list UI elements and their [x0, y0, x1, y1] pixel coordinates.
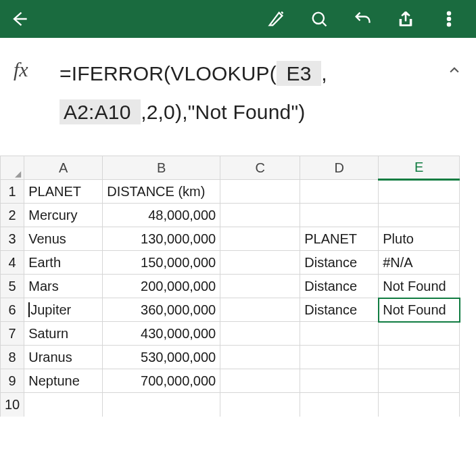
cell[interactable]: Distance	[300, 275, 379, 298]
col-header-a[interactable]: A	[24, 156, 103, 180]
cell[interactable]: 530,000,000	[103, 346, 220, 369]
cell[interactable]: 150,000,000	[103, 251, 220, 275]
pen-icon[interactable]	[262, 5, 289, 32]
cell[interactable]: 130,000,000	[103, 227, 220, 251]
cell[interactable]	[379, 180, 460, 204]
col-header-b[interactable]: B	[103, 156, 220, 180]
cell[interactable]: 360,000,000	[103, 298, 220, 322]
cell[interactable]	[300, 204, 379, 227]
cell[interactable]: PLANET	[24, 180, 103, 204]
cell[interactable]: Mercury	[24, 204, 103, 227]
formula-text: =IFERROR(VLOOKUP(	[60, 62, 277, 85]
cell[interactable]: 48,000,000	[103, 204, 220, 227]
col-header-d[interactable]: D	[300, 156, 379, 180]
more-icon[interactable]	[435, 5, 462, 32]
cell[interactable]	[379, 322, 460, 346]
svg-point-2	[448, 18, 450, 20]
cell[interactable]: 700,000,000	[103, 369, 220, 393]
row-header[interactable]: 10	[1, 393, 24, 417]
cell[interactable]	[220, 322, 300, 346]
cell[interactable]: Distance	[300, 298, 379, 322]
cell[interactable]: Venus	[24, 227, 103, 251]
svg-point-3	[448, 23, 450, 26]
spreadsheet-grid[interactable]: A B C D E 1 PLANET DISTANCE (km) 2 Mercu…	[0, 156, 460, 417]
row-header[interactable]: 7	[1, 322, 24, 346]
cell[interactable]: Mars	[24, 275, 103, 298]
row-header[interactable]: 3	[1, 227, 24, 251]
cell[interactable]: DISTANCE (km)	[103, 180, 220, 204]
back-icon[interactable]	[5, 5, 32, 32]
formula-ref-e3: E3	[277, 61, 321, 86]
row-header[interactable]: 1	[1, 180, 24, 204]
cell[interactable]: 430,000,000	[103, 322, 220, 346]
cell[interactable]	[379, 393, 460, 417]
cell[interactable]	[220, 180, 300, 204]
cell[interactable]	[379, 369, 460, 393]
formula-text: ,2,0),"Not Found")	[141, 101, 305, 123]
svg-point-0	[313, 13, 324, 24]
row-header[interactable]: 2	[1, 204, 24, 227]
cell[interactable]	[220, 369, 300, 393]
cell[interactable]	[103, 393, 220, 417]
row-header[interactable]: 9	[1, 369, 24, 393]
cell[interactable]: Pluto	[379, 227, 460, 251]
cell[interactable]	[300, 369, 379, 393]
cell[interactable]	[24, 393, 103, 417]
row-header[interactable]: 4	[1, 251, 24, 275]
svg-point-1	[448, 12, 450, 15]
cell[interactable]: Jupiter	[24, 298, 103, 322]
collapse-icon[interactable]	[444, 54, 465, 77]
cell[interactable]: Uranus	[24, 346, 103, 369]
cell-text: Jupiter	[30, 302, 71, 317]
formula-bar: fx =IFERROR(VLOOKUP( E3 , A2:A10 ,2,0),"…	[0, 38, 476, 156]
cell[interactable]	[220, 393, 300, 417]
row-header[interactable]: 6	[1, 298, 24, 322]
toolbar	[0, 0, 476, 38]
formula-ref-a2a10: A2:A10	[60, 99, 141, 124]
undo-icon[interactable]	[349, 5, 376, 32]
cell[interactable]: 200,000,000	[103, 275, 220, 298]
cell[interactable]	[220, 298, 300, 322]
cell[interactable]: Saturn	[24, 322, 103, 346]
cell[interactable]	[220, 346, 300, 369]
formula-text: ,	[321, 62, 327, 85]
cell-selected[interactable]: Not Found	[379, 298, 460, 322]
formula-input[interactable]: =IFERROR(VLOOKUP( E3 , A2:A10 ,2,0),"Not…	[60, 54, 444, 131]
share-icon[interactable]	[392, 5, 419, 32]
cell[interactable]	[220, 204, 300, 227]
select-all-corner[interactable]	[1, 156, 24, 180]
col-header-c[interactable]: C	[220, 156, 300, 180]
col-header-e[interactable]: E	[379, 156, 460, 180]
cell[interactable]	[379, 204, 460, 227]
row-header[interactable]: 8	[1, 346, 24, 369]
cell[interactable]	[379, 346, 460, 369]
search-icon[interactable]	[306, 5, 333, 32]
cell[interactable]: PLANET	[300, 227, 379, 251]
cell[interactable]	[300, 180, 379, 204]
cell[interactable]	[300, 322, 379, 346]
row-header[interactable]: 5	[1, 275, 24, 298]
cell[interactable]	[300, 393, 379, 417]
cell[interactable]: #N/A	[379, 251, 460, 275]
cell[interactable]	[300, 346, 379, 369]
text-cursor	[28, 302, 30, 317]
cell[interactable]	[220, 251, 300, 275]
cell[interactable]: Earth	[24, 251, 103, 275]
cell[interactable]: Not Found	[379, 275, 460, 298]
cell[interactable]	[220, 227, 300, 251]
cell[interactable]: Distance	[300, 251, 379, 275]
cell[interactable]	[220, 275, 300, 298]
fx-label: fx	[14, 54, 60, 81]
cell[interactable]: Neptune	[24, 369, 103, 393]
